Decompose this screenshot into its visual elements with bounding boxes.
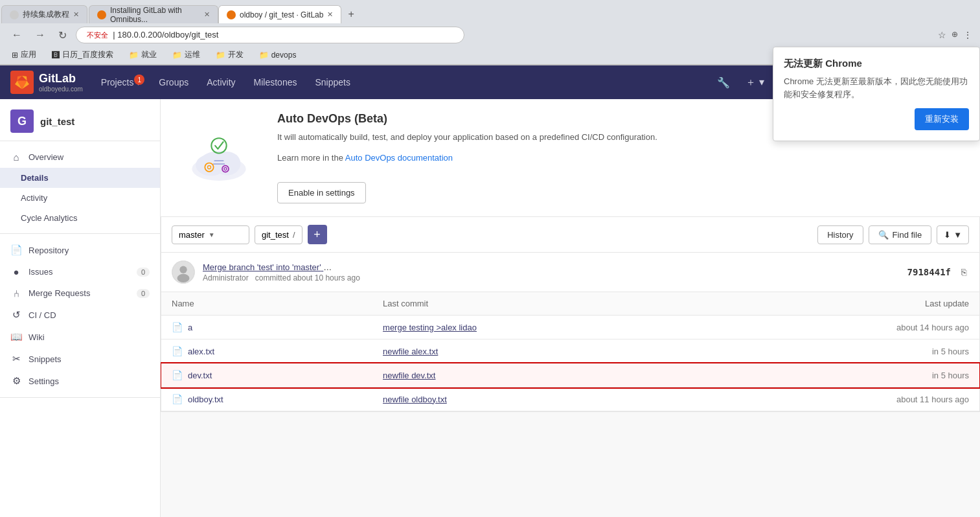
bookmark-baidu[interactable]: 🅱 日历_百度搜索 [48, 48, 117, 62]
chrome-update-popup: 无法更新 Chrome Chrome 无法更新至最新版本，因此您无能使用功能和安… [773, 47, 980, 141]
tab-close-1[interactable]: ✕ [73, 10, 79, 19]
sidebar-project-header: G git_test [0, 99, 160, 141]
file-link[interactable]: oldboy.txt [188, 395, 223, 404]
find-file-button[interactable]: 🔍 Find file [869, 225, 932, 244]
banner-illustration [180, 126, 258, 190]
file-commit-cell: newfile oldboy.txt [372, 387, 707, 411]
merge-requests-icon: ⑃ [10, 288, 22, 299]
popup-text: Chrome 无法更新至最新版本，因此您无能使用功能和安全修复程序。 [784, 75, 969, 100]
bookmark-icon[interactable]: ☆ [938, 30, 946, 40]
tab-close-3[interactable]: ✕ [327, 10, 333, 19]
commit-avatar [172, 260, 195, 284]
gitlab-subtitle: oldboyedu.com [39, 86, 83, 93]
file-updated-cell: in 5 hours [707, 339, 979, 363]
zoom-icon[interactable]: ⊕ [952, 30, 958, 40]
bookmark-kaifa[interactable]: 📁 开发 [212, 48, 247, 62]
file-table: Name Last commit Last update 📄 a merge t… [161, 292, 979, 411]
bookmark-apps[interactable]: ⊞ 应用 [8, 48, 40, 62]
add-file-button[interactable]: + [308, 225, 327, 244]
project-name: git_test [40, 116, 74, 127]
download-button[interactable]: ⬇ ▼ [937, 225, 969, 244]
tab-2[interactable]: Installing GitLab with Omnibus... ✕ [89, 5, 218, 23]
url-text: 180.0.0.200/oldboy/git_test [117, 30, 218, 40]
plus-icon-btn[interactable]: ＋ ▾ [740, 72, 769, 93]
home-icon: ⌂ [10, 152, 22, 163]
sidebar-item-cycle-analytics[interactable]: Cycle Analytics [0, 208, 160, 228]
back-button[interactable]: ← [8, 27, 26, 43]
sidebar: G git_test ⌂ Overview Details Activity C… [0, 99, 161, 517]
sidebar-item-wiki[interactable]: 📖 Wiki [0, 326, 160, 348]
search-icon: 🔍 [878, 230, 889, 240]
tab-favicon-3 [227, 10, 236, 19]
sidebar-item-overview[interactable]: ⌂ Overview [0, 146, 160, 168]
projects-badge: 1 [134, 75, 144, 85]
sidebar-item-ci-cd[interactable]: ↺ CI / CD [0, 304, 160, 326]
history-button[interactable]: History [817, 225, 863, 244]
tab-label-1: 持续集成教程 [23, 9, 69, 20]
commit-author: Administrator [203, 273, 249, 282]
enable-in-settings-button[interactable]: Enable in settings [277, 182, 366, 203]
nav-activity[interactable]: Activity [199, 72, 243, 93]
main-content: Auto DevOps (Beta) It will automatically… [161, 99, 980, 517]
file-icon: 📄 [172, 322, 183, 332]
repository-section: master ▼ git_test / + History 🔍 Find fil… [161, 217, 980, 412]
file-commit-cell: newfile alex.txt [372, 339, 707, 363]
logo-fox-icon [10, 71, 34, 94]
autodevops-description: It will automatically build, test, and d… [277, 131, 657, 144]
nav-snippets[interactable]: Snippets [307, 72, 358, 93]
wrench-icon-btn[interactable]: 🔧 [712, 73, 735, 93]
banner-content: Auto DevOps (Beta) It will automatically… [277, 112, 657, 203]
merge-requests-badge: 0 [137, 289, 150, 298]
sidebar-item-issues[interactable]: ● Issues 0 [0, 261, 160, 282]
svg-point-12 [179, 266, 187, 273]
download-icon: ⬇ [944, 230, 951, 240]
tab-close-2[interactable]: ✕ [204, 10, 210, 19]
repo-toolbar: master ▼ git_test / + History 🔍 Find fil… [161, 217, 979, 253]
apps-icon: ⊞ [12, 51, 18, 60]
popup-reinstall-button[interactable]: 重新安装 [915, 108, 969, 130]
bookmark-jiuye[interactable]: 📁 就业 [125, 48, 161, 62]
file-icon: 📄 [172, 394, 183, 404]
svg-point-4 [211, 138, 226, 153]
file-commit-cell: newfile dev.txt [372, 363, 707, 387]
nav-milestones[interactable]: Milestones [246, 72, 305, 93]
bookmark-devops[interactable]: 📁 devops [255, 49, 301, 61]
file-updated-cell: about 11 hours ago [707, 387, 979, 411]
snippets-icon: ✂ [10, 353, 22, 365]
learn-more-text: Learn more in the Auto DevOps documentat… [277, 152, 657, 165]
file-commit-link[interactable]: newfile oldboy.txt [383, 395, 447, 404]
nav-groups[interactable]: Groups [151, 72, 196, 93]
settings-icon: ⚙ [10, 375, 22, 387]
copy-hash-button[interactable]: ⎘ [959, 264, 969, 280]
file-link[interactable]: a [188, 323, 192, 332]
commit-ellipsis: … [323, 262, 332, 272]
sidebar-item-details[interactable]: Details [0, 168, 160, 188]
reload-button[interactable]: ↻ [54, 27, 71, 44]
gitlab-logo[interactable]: GitLab oldboyedu.com [10, 71, 83, 94]
tab-3[interactable]: oldboy / git_test · GitLab ✕ [218, 5, 341, 23]
learn-more-link[interactable]: Auto DevOps documentation [345, 153, 453, 163]
file-link[interactable]: alex.txt [188, 347, 214, 356]
sidebar-item-merge-requests[interactable]: ⑃ Merge Requests 0 [0, 282, 160, 304]
branch-selector[interactable]: master ▼ [172, 225, 249, 244]
commit-message-link[interactable]: Merge branch 'test' into 'master' [203, 262, 323, 272]
sidebar-item-snippets[interactable]: ✂ Snippets [0, 348, 160, 370]
file-commit-link[interactable]: merge testing >alex lidao [383, 323, 477, 332]
url-bar[interactable]: 不安全 | 180.0.0.200/oldboy/git_test [76, 27, 464, 43]
nav-projects[interactable]: Projects ▾ 1 [93, 72, 148, 93]
file-link[interactable]: dev.txt [188, 371, 212, 380]
forward-button[interactable]: → [31, 27, 49, 43]
commit-message: Merge branch 'test' into 'master' … [203, 262, 900, 272]
sidebar-item-repository[interactable]: 📄 Repository [0, 239, 160, 261]
menu-icon[interactable]: ⋮ [963, 30, 972, 40]
file-commit-link[interactable]: newfile alex.txt [383, 347, 438, 356]
sidebar-item-activity[interactable]: Activity [0, 188, 160, 208]
commit-time: committed about 10 hours ago [255, 273, 360, 282]
file-updated-cell: about 14 hours ago [707, 316, 979, 339]
file-commit-link[interactable]: newfile dev.txt [383, 371, 435, 380]
sidebar-item-settings[interactable]: ⚙ Settings [0, 370, 160, 392]
bookmark-yunwei[interactable]: 📁 运维 [168, 48, 204, 62]
new-tab-button[interactable]: + [341, 5, 360, 23]
col-last-commit: Last commit [372, 292, 707, 316]
tab-1[interactable]: 持续集成教程 ✕ [1, 5, 87, 23]
